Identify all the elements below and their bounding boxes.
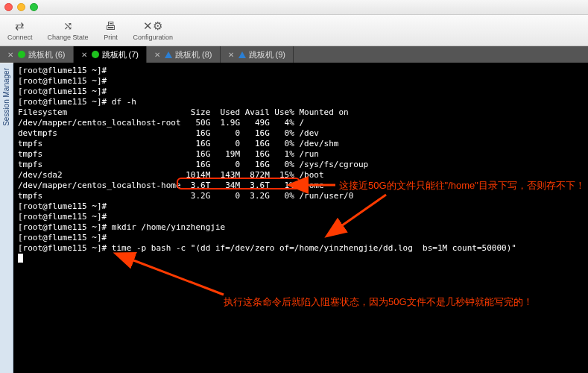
connect-label: Connect: [7, 34, 33, 41]
status-dot-icon: [18, 51, 25, 58]
terminal-output: [root@flume115 ~]# [root@flume115 ~]# [r…: [18, 66, 584, 266]
traffic-lights: [4, 3, 38, 11]
change-state-button[interactable]: ⤭ Change State: [43, 19, 93, 43]
tab-bar: ✕ 跳板机 (6) ✕ 跳板机 (7) ✕ 跳板机 (8) ✕ 跳板机 (9): [0, 46, 588, 63]
print-button[interactable]: 🖶 Print: [99, 19, 123, 43]
tab-label: 跳板机 (7): [102, 49, 139, 60]
status-dot-icon: [92, 51, 99, 58]
tab-label: 跳板机 (9): [249, 49, 286, 60]
close-icon[interactable]: ✕: [154, 51, 160, 59]
tab-jump-8[interactable]: ✕ 跳板机 (8): [147, 46, 221, 63]
gear-icon: ✕⚙: [145, 20, 160, 32]
tab-label: 跳板机 (8): [175, 49, 212, 60]
tab-jump-6[interactable]: ✕ 跳板机 (6): [0, 46, 74, 63]
terminal-cursor: [18, 254, 23, 263]
change-state-icon: ⤭: [60, 20, 75, 32]
connect-icon: ⇄: [13, 20, 28, 32]
warning-icon: [238, 51, 246, 58]
session-manager-sidebar[interactable]: Session Manager: [0, 63, 13, 373]
close-icon[interactable]: ✕: [7, 51, 13, 59]
tab-jump-9[interactable]: ✕ 跳板机 (9): [221, 46, 294, 63]
tab-label: 跳板机 (6): [28, 49, 66, 60]
close-icon[interactable]: ✕: [81, 51, 87, 59]
toolbar: ⇄ Connect ⤭ Change State 🖶 Print ✕⚙ Conf…: [0, 15, 588, 46]
session-manager-label: Session Manager: [2, 68, 10, 126]
connect-button[interactable]: ⇄ Connect: [3, 19, 37, 43]
close-window-button[interactable]: [4, 3, 13, 11]
warning-icon: [165, 51, 172, 58]
change-state-label: Change State: [48, 34, 89, 41]
configuration-label: Configuration: [133, 34, 174, 41]
print-icon: 🖶: [104, 20, 118, 32]
print-label: Print: [104, 34, 118, 41]
minimize-window-button[interactable]: [17, 3, 25, 11]
zoom-window-button[interactable]: [30, 3, 38, 11]
close-icon[interactable]: ✕: [228, 51, 234, 59]
configuration-button[interactable]: ✕⚙ Configuration: [129, 19, 178, 43]
window-titlebar: [0, 0, 588, 15]
terminal-pane[interactable]: [root@flume115 ~]# [root@flume115 ~]# [r…: [13, 63, 588, 373]
tab-jump-7[interactable]: ✕ 跳板机 (7): [74, 46, 148, 63]
